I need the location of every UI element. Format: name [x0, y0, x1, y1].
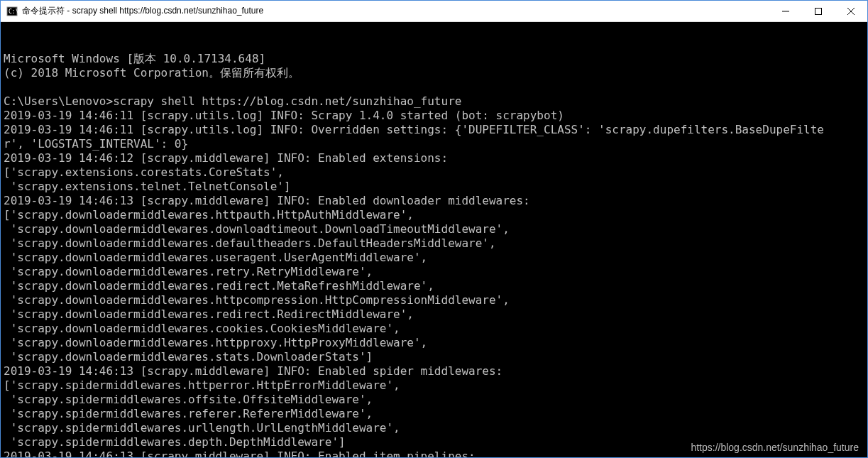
window: C:\ 命令提示符 - scrapy shell https://blog.cs… — [0, 0, 868, 458]
svg-rect-3 — [815, 8, 822, 14]
terminal-output[interactable]: Microsoft Windows [版本 10.0.17134.648] (c… — [1, 22, 867, 457]
minimize-button[interactable] — [769, 1, 802, 21]
titlebar[interactable]: C:\ 命令提示符 - scrapy shell https://blog.cs… — [1, 1, 867, 22]
cmd-icon: C:\ — [6, 6, 18, 17]
window-title: 命令提示符 - scrapy shell https://blog.csdn.n… — [22, 5, 263, 17]
watermark: https://blog.csdn.net/sunzhihao_future — [691, 440, 859, 454]
window-controls — [769, 1, 867, 21]
close-button[interactable] — [835, 1, 867, 21]
svg-text:C:\: C:\ — [9, 9, 18, 15]
maximize-button[interactable] — [802, 1, 835, 21]
terminal-lines: Microsoft Windows [版本 10.0.17134.648] (c… — [4, 52, 864, 457]
